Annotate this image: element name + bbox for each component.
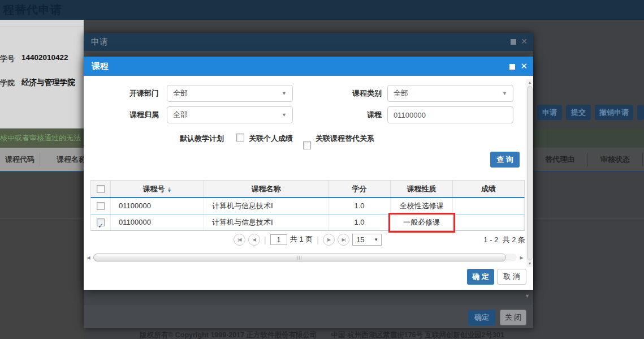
background-left-panel: 学号 14402010422 学院 经济与管理学院 核中或者审核通过的无法 课程… (0, 20, 84, 339)
cancel-button[interactable]: 取 消 (497, 269, 526, 285)
student-id-label: 学号 (0, 54, 15, 64)
header-cell-score: 成绩 (453, 181, 524, 197)
course-modal-header: 课程 ✕ (84, 57, 533, 76)
divider: | (264, 235, 266, 244)
background-table-header-left: 课程代码 课程名称 (0, 148, 84, 172)
highlight-box (388, 213, 455, 233)
header-cell-select: ✓ (91, 181, 111, 197)
category-label: 课程类别 (313, 85, 382, 102)
background-table-header-right: 替代理由 审核状态 (533, 148, 644, 172)
column-course-name: 课程名称 (57, 148, 84, 171)
table-row[interactable]: ✓ 01100000 计算机与信息技术Ⅰ 1.0 一般必修课 (90, 214, 525, 231)
row-checkbox[interactable]: ✓ (97, 218, 105, 226)
default-plan-label: 默认教学计划 (180, 134, 224, 144)
copyright-footer: 版权所有© Copyright 1999-2017 正方软件股份有限公司 中国·… (0, 331, 644, 339)
top-navbar: 程替代申请 (0, 0, 644, 20)
row-checkbox[interactable]: ✓ (97, 202, 105, 210)
course-no-header-label: 课程号 (143, 184, 165, 193)
total-pages-label: 共 1 页 (290, 234, 313, 244)
table-header-row: ✓ 课程号▲▼ 课程名称 学分 课程性质 成绩 (90, 180, 525, 198)
dept-select-value: 全部 (173, 89, 188, 97)
header-cell-course-type: 课程性质 (391, 181, 453, 197)
close-icon[interactable]: ✕ (520, 61, 528, 71)
apply-button[interactable]: 申请 (537, 105, 562, 120)
belong-select[interactable]: 全部 ▼ (167, 106, 293, 123)
scroll-down-icon[interactable]: ▼ (525, 293, 530, 299)
chevron-down-icon: ▼ (374, 234, 378, 245)
chevron-down-icon: ▼ (502, 85, 507, 101)
table-row[interactable]: ✓ 01100000 计算机与信息技术Ⅰ 1.0 全校性选修课 (90, 198, 525, 214)
header-cell-credit: 学分 (329, 181, 391, 197)
revoke-apply-button[interactable]: 撤销申请 (595, 105, 633, 120)
course-type-cell: 全校性选修课 (391, 198, 453, 214)
course-name-cell: 计算机与信息技术Ⅰ (204, 198, 329, 214)
chevron-down-icon: ▼ (282, 107, 287, 123)
background-table-body-left (0, 172, 84, 339)
last-page-button[interactable]: ▶| (338, 234, 349, 246)
record-range-label: 1 - 2 共 2 条 (483, 235, 525, 245)
dept-select[interactable]: 全部 ▼ (167, 85, 293, 102)
divider (40, 153, 40, 166)
divider: | (317, 235, 319, 244)
prev-page-button[interactable]: ◀ (248, 234, 260, 246)
toolbar-button-partial[interactable] (637, 105, 644, 120)
link-substitute-relation-checkbox[interactable]: ✓ (303, 141, 311, 149)
close-icon[interactable]: ✕ (521, 37, 528, 46)
query-button[interactable]: 查 询 (490, 152, 520, 168)
category-select[interactable]: 全部 ▼ (387, 85, 513, 102)
column-review-status: 审核状态 (590, 148, 641, 171)
vertical-scrollbar[interactable]: ▲ ▼ (526, 79, 533, 267)
apply-ok-button[interactable]: 确定 (468, 310, 495, 325)
course-modal: 课程 ✕ 开课部门 全部 ▼ 课程类别 全部 ▼ 课程归属 全部 ▼ 课程 (84, 57, 533, 290)
chevron-down-icon: ▼ (282, 85, 287, 101)
divider (642, 153, 643, 166)
credit-cell: 1.0 (329, 198, 391, 214)
scrollbar-thumb[interactable]: ||| (93, 254, 506, 261)
belong-label: 课程归属 (90, 106, 159, 123)
category-select-value: 全部 (394, 89, 408, 97)
background-table-body-right (533, 172, 644, 339)
next-page-button[interactable]: ▶ (323, 234, 335, 246)
first-page-button[interactable]: |◀ (234, 234, 245, 246)
page-number-input[interactable] (270, 234, 287, 245)
sort-icon[interactable]: ▲▼ (167, 187, 172, 192)
link-substitute-relation-label: 关联课程替代关系 (315, 134, 374, 144)
divider (0, 27, 84, 27)
scroll-down-icon[interactable]: ▼ (526, 260, 533, 267)
page-size-select[interactable]: 15 ▼ (352, 234, 382, 246)
scroll-up-icon[interactable]: ▲ (526, 79, 533, 86)
header-cell-course-name: 课程名称 (204, 181, 329, 197)
divider (587, 153, 588, 166)
student-id-value: 14402010422 (21, 53, 68, 62)
course-no-cell: 01100000 (111, 214, 204, 230)
maximize-icon[interactable] (509, 64, 515, 70)
row-select-cell: ✓ (91, 198, 111, 214)
dept-label: 开课部门 (90, 85, 159, 102)
background-right-panel: 申请 提交 撤销申请 替代理由 审核状态 (533, 20, 644, 339)
notice-bar-right (533, 128, 644, 148)
course-label: 课程 (313, 106, 382, 123)
maximize-icon[interactable] (511, 39, 516, 45)
grip-icon: ||| (297, 255, 302, 260)
scroll-right-icon[interactable]: ▶ (518, 254, 525, 261)
submit-button[interactable]: 提交 (566, 105, 591, 120)
course-name-cell: 计算机与信息技术Ⅰ (204, 214, 329, 230)
notice-bar: 核中或者审核通过的无法 (0, 128, 84, 148)
apply-modal-title: 申请 (91, 33, 108, 51)
scrollbar-track[interactable]: ||| (93, 254, 517, 261)
header-cell-course-no[interactable]: 课程号▲▼ (111, 181, 204, 197)
page-size-value: 15 (356, 235, 364, 244)
score-cell (453, 214, 524, 230)
select-all-checkbox[interactable]: ✓ (97, 185, 105, 193)
confirm-button[interactable]: 确 定 (467, 269, 494, 285)
apply-close-button[interactable]: 关 闭 (500, 310, 526, 325)
scrollbar-thumb[interactable] (527, 86, 533, 260)
link-personal-score-checkbox[interactable]: ✓ (236, 134, 244, 141)
scroll-left-icon[interactable]: ◀ (85, 254, 92, 261)
horizontal-scrollbar[interactable]: ◀ ||| ▶ (85, 254, 525, 261)
apply-modal-header: 申请 ✕ (84, 33, 533, 51)
course-input[interactable] (387, 106, 513, 123)
college-value: 经济与管理学院 (21, 78, 75, 88)
sort-down-icon: ▼ (167, 190, 172, 192)
page-title: 程替代申请 (3, 2, 62, 18)
